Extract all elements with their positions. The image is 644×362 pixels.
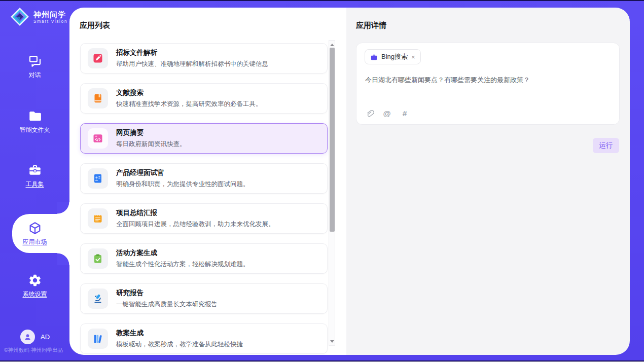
app-item-description: 智能生成个性化活动方案，轻松解决规划难题。 — [116, 260, 249, 269]
sidebar-item-label: 智能文件夹 — [20, 126, 50, 134]
app-detail-title: 应用详情 — [356, 21, 386, 30]
sidebar-item-toolset[interactable]: 工具集 — [0, 163, 69, 189]
close-icon[interactable]: × — [411, 54, 415, 60]
user-row[interactable]: AD — [20, 330, 50, 344]
scroll-down-icon[interactable] — [329, 338, 335, 344]
app-list-panel: 应用列表 招标文件解析帮助用户快速、准确地理解和解析招标书中的关键信息文献搜索快… — [69, 8, 346, 355]
briefcase-icon — [370, 53, 378, 61]
sidebar-item-label: 系统设置 — [23, 290, 47, 299]
sidebar-item-smart-folders[interactable]: 智能文件夹 — [0, 109, 69, 134]
query-card: Bing搜索 × 今日湖北有哪些新闻要点？有哪些需要关注的最新政策？ @# — [356, 43, 620, 125]
app-window: 神州问学 Smart Vision 对话智能文件夹工具集应用市场系统设置 AD … — [0, 0, 644, 362]
app-item-description: 全面回顾项目进展，总结经验教训，助力未来优化发展。 — [116, 220, 275, 229]
chat-icon — [28, 54, 42, 68]
book-icon — [88, 88, 108, 108]
toolbox-icon — [28, 163, 42, 177]
app-item-name: 教案生成 — [116, 329, 243, 338]
app-list: 招标文件解析帮助用户快速、准确地理解和解析招标书中的关键信息文献搜索快速精准查找… — [80, 43, 328, 355]
query-input[interactable]: 今日湖北有哪些新闻要点？有哪些需要关注的最新政策？ — [365, 75, 611, 85]
books-icon — [88, 329, 108, 349]
sidebar: 神州问学 Smart Vision 对话智能文件夹工具集应用市场系统设置 AD … — [0, 1, 69, 360]
scroll-up-icon[interactable] — [329, 42, 335, 48]
query-toolbar: @# — [365, 109, 409, 118]
folder-icon — [28, 109, 42, 123]
app-item-description: 快速精准查找学术资源，提高研究效率的必备工具。 — [116, 100, 262, 108]
diamond-logo-icon — [10, 7, 29, 26]
app-item-description: 每日政府新闻资讯快查。 — [116, 140, 186, 149]
app-item-name: 产品经理面试官 — [116, 168, 249, 177]
gear-icon — [28, 273, 42, 287]
app-item-texts: 教案生成模板驱动，教案秒成，教学准备从此轻松快捷 — [116, 329, 243, 349]
paperclip-icon[interactable] — [365, 109, 374, 118]
brand-text: 神州问学 Smart Vision — [33, 10, 67, 24]
app-item-name: 活动方案生成 — [116, 248, 249, 258]
clipboard-check-icon — [88, 248, 108, 269]
app-item-description: 明确身份和职责，为您提供专业性的面试问题。 — [116, 180, 249, 189]
app-detail-panel: 应用详情 Bing搜索 × 今日湖北有哪些新闻要点？有哪些需要关注的最新政策？ … — [346, 8, 630, 355]
app-item-texts: 产品经理面试官明确身份和职责，为您提供专业性的面试问题。 — [116, 168, 249, 189]
copyright-text: ©神州数码·神州问学出品 — [4, 347, 63, 354]
tag-label: Bing搜索 — [381, 52, 408, 61]
interviewer-icon — [88, 168, 108, 189]
app-list-item[interactable]: 活动方案生成智能生成个性化活动方案，轻松解决规划难题。 — [80, 243, 328, 274]
scrollbar-thumb[interactable] — [330, 48, 335, 232]
app-list-item[interactable]: 教案生成模板驱动，教案秒成，教学准备从此轻松快捷 — [80, 323, 328, 354]
app-list-item[interactable]: 产品经理面试官明确身份和职责，为您提供专业性的面试问题。 — [80, 163, 328, 194]
at-icon[interactable]: @ — [382, 109, 391, 118]
person-icon — [23, 332, 32, 342]
browser-code-icon — [88, 128, 108, 149]
user-initials: AD — [41, 333, 50, 341]
app-item-name: 项目总结汇报 — [116, 208, 275, 218]
app-item-texts: 文献搜索快速精准查找学术资源，提高研究效率的必备工具。 — [116, 88, 262, 108]
cube-icon — [28, 221, 42, 235]
tool-tag-bing-search[interactable]: Bing搜索 × — [365, 49, 421, 64]
app-item-description: 帮助用户快速、准确地理解和解析招标书中的关键信息 — [116, 60, 268, 68]
app-item-name: 文献搜索 — [116, 88, 262, 97]
app-item-texts: 招标文件解析帮助用户快速、准确地理解和解析招标书中的关键信息 — [116, 48, 268, 68]
app-list-item[interactable]: 研究报告一键智能生成高质量长文本研究报告 — [80, 283, 328, 314]
brand-subtitle: Smart Vision — [33, 19, 67, 24]
app-item-description: 一键智能生成高质量长文本研究报告 — [116, 300, 218, 309]
app-item-texts: 研究报告一键智能生成高质量长文本研究报告 — [116, 288, 218, 309]
top-edge-strip — [0, 0, 644, 1]
brand-name: 神州问学 — [33, 10, 67, 19]
sidebar-item-chat[interactable]: 对话 — [0, 54, 69, 80]
hash-icon[interactable]: # — [400, 109, 409, 118]
app-list-item[interactable]: 招标文件解析帮助用户快速、准确地理解和解析招标书中的关键信息 — [80, 43, 328, 74]
run-button[interactable]: 运行 — [593, 138, 619, 153]
app-item-texts: 网页摘要每日政府新闻资讯快查。 — [116, 128, 186, 149]
app-item-texts: 项目总结汇报全面回顾项目进展，总结经验教训，助力未来优化发展。 — [116, 208, 275, 229]
brand-logo: 神州问学 Smart Vision — [10, 7, 67, 26]
app-list-item[interactable]: 网页摘要每日政府新闻资讯快查。 — [80, 123, 328, 154]
app-list-item[interactable]: 项目总结汇报全面回顾项目进展，总结经验教训，助力未来优化发展。 — [80, 203, 328, 234]
microscope-icon — [88, 288, 108, 309]
app-item-name: 网页摘要 — [116, 128, 186, 137]
sidebar-item-app-market[interactable]: 应用市场 — [0, 214, 69, 253]
app-list-item[interactable]: 文献搜索快速精准查找学术资源，提高研究效率的必备工具。 — [80, 83, 328, 114]
report-note-icon — [88, 208, 108, 229]
app-list-title: 应用列表 — [80, 21, 110, 30]
app-item-description: 模板驱动，教案秒成，教学准备从此轻松快捷 — [116, 340, 243, 349]
sidebar-item-label: 工具集 — [26, 180, 44, 189]
avatar[interactable] — [20, 330, 35, 344]
edit-document-icon — [88, 48, 108, 68]
scrollbar[interactable] — [329, 40, 335, 346]
sidebar-item-label: 对话 — [29, 71, 41, 80]
app-item-name: 招标文件解析 — [116, 48, 268, 57]
app-item-texts: 活动方案生成智能生成个性化活动方案，轻松解决规划难题。 — [116, 248, 249, 269]
sidebar-item-label: 应用市场 — [23, 238, 47, 246]
sidebar-item-system-settings[interactable]: 系统设置 — [0, 273, 69, 299]
app-item-name: 研究报告 — [116, 288, 218, 298]
